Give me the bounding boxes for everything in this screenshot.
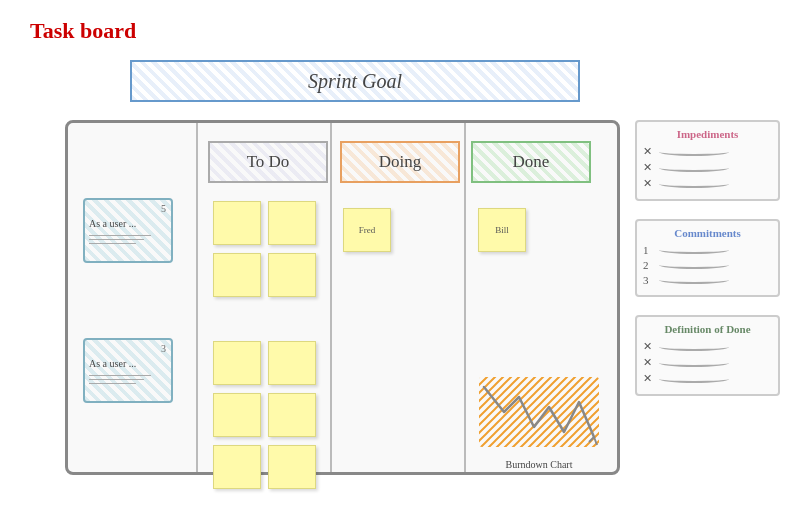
- squiggle-3: [659, 180, 729, 188]
- commitments-row-1: 1: [643, 244, 772, 256]
- todo-task-3[interactable]: [213, 253, 261, 297]
- column-divider-2: [330, 123, 332, 472]
- squiggle-c3: [659, 276, 729, 284]
- story-label-1: As a user ...: [89, 218, 167, 229]
- story-number-1: 5: [161, 203, 166, 214]
- doing-task-label: Fred: [359, 225, 376, 235]
- burndown-label: Burndown Chart: [479, 459, 599, 470]
- impediments-card: Impediments ✕ ✕ ✕: [635, 120, 780, 201]
- num-3: 3: [643, 274, 655, 286]
- column-header-todo: To Do: [208, 141, 328, 183]
- squiggle-d1: [659, 343, 729, 351]
- column-divider-3: [464, 123, 466, 472]
- dod-title: Definition of Done: [643, 323, 772, 335]
- impediments-row-1: ✕: [643, 145, 772, 158]
- x-mark-d1: ✕: [643, 340, 655, 353]
- right-panel: Impediments ✕ ✕ ✕ Commitments 1 2 3: [635, 120, 780, 414]
- squiggle-c1: [659, 246, 729, 254]
- squiggle-d2: [659, 359, 729, 367]
- todo-task-8[interactable]: [268, 393, 316, 437]
- dod-row-2: ✕: [643, 356, 772, 369]
- sprint-goal-banner: Sprint Goal: [130, 60, 580, 102]
- todo-task-7[interactable]: [213, 393, 261, 437]
- column-header-done: Done: [471, 141, 591, 183]
- num-2: 2: [643, 259, 655, 271]
- burndown-svg: [479, 377, 599, 452]
- dod-card: Definition of Done ✕ ✕ ✕: [635, 315, 780, 396]
- squiggle-d3: [659, 375, 729, 383]
- commitments-card: Commitments 1 2 3: [635, 219, 780, 297]
- todo-task-2[interactable]: [268, 201, 316, 245]
- svg-rect-0: [479, 377, 599, 447]
- x-mark-1: ✕: [643, 145, 655, 158]
- todo-task-9[interactable]: [213, 445, 261, 489]
- x-mark-d2: ✕: [643, 356, 655, 369]
- x-mark-d3: ✕: [643, 372, 655, 385]
- todo-task-10[interactable]: [268, 445, 316, 489]
- doing-task-fred[interactable]: Fred: [343, 208, 391, 252]
- x-mark-2: ✕: [643, 161, 655, 174]
- todo-task-4[interactable]: [268, 253, 316, 297]
- x-mark-3: ✕: [643, 177, 655, 190]
- user-story-card-1[interactable]: 5 As a user ...: [83, 198, 173, 263]
- dod-row-3: ✕: [643, 372, 772, 385]
- num-1: 1: [643, 244, 655, 256]
- commitments-title: Commitments: [643, 227, 772, 239]
- story-label-2: As a user ...: [89, 358, 167, 369]
- main-board: To Do Doing Done 5 As a user ... 3 As a …: [65, 120, 620, 475]
- squiggle-1: [659, 148, 729, 156]
- user-story-card-2[interactable]: 3 As a user ...: [83, 338, 173, 403]
- burndown-chart-area[interactable]: Burndown Chart: [479, 377, 599, 452]
- commitments-row-3: 3: [643, 274, 772, 286]
- sprint-goal-text: Sprint Goal: [308, 70, 402, 93]
- impediments-row-3: ✕: [643, 177, 772, 190]
- page-title: Task board: [30, 18, 136, 44]
- impediments-title: Impediments: [643, 128, 772, 140]
- story-number-2: 3: [161, 343, 166, 354]
- column-divider-1: [196, 123, 198, 472]
- done-task-label: Bill: [495, 225, 509, 235]
- squiggle-2: [659, 164, 729, 172]
- column-header-doing: Doing: [340, 141, 460, 183]
- dod-row-1: ✕: [643, 340, 772, 353]
- squiggle-c2: [659, 261, 729, 269]
- impediments-row-2: ✕: [643, 161, 772, 174]
- todo-task-1[interactable]: [213, 201, 261, 245]
- done-task-bill[interactable]: Bill: [478, 208, 526, 252]
- todo-task-5[interactable]: [213, 341, 261, 385]
- commitments-row-2: 2: [643, 259, 772, 271]
- todo-task-6[interactable]: [268, 341, 316, 385]
